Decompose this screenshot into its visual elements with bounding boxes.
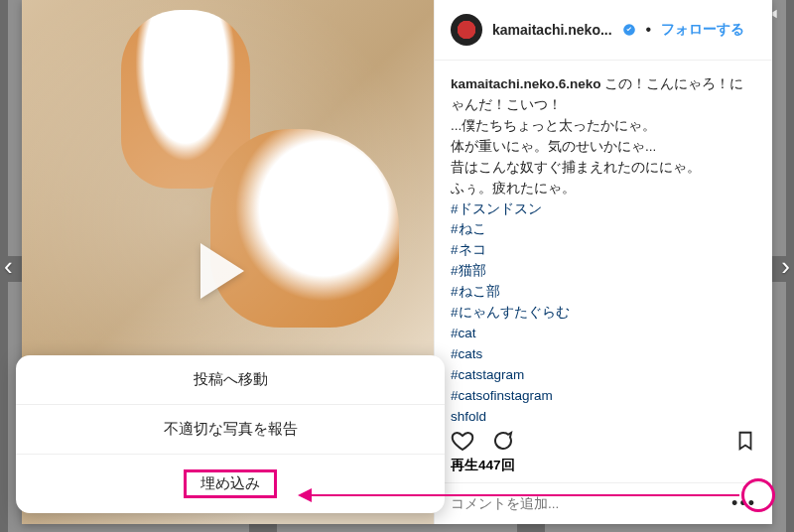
caption-username[interactable]: kamaitachi.neko.6.neko xyxy=(451,76,601,91)
caption-line: ...僕たちちょっと太ったかにゃ。 xyxy=(451,118,656,133)
view-count: 再生447回 xyxy=(435,455,772,482)
hashtag[interactable]: #cat xyxy=(451,324,756,344)
options-menu: 投稿へ移動 不適切な写真を報告 埋め込み xyxy=(16,355,445,513)
comment-input[interactable] xyxy=(451,496,722,511)
hashtag[interactable]: #ねこ xyxy=(451,219,756,240)
avatar[interactable] xyxy=(451,14,482,46)
hashtag[interactable]: #catstagram xyxy=(451,365,756,386)
hashtag[interactable]: #catsofinstagram xyxy=(451,386,756,407)
post-sidebar: kamaitachi.neko... • フォローする kamaitachi.n… xyxy=(434,0,772,524)
comment-icon[interactable] xyxy=(490,429,514,453)
caption-line: 昔はこんな奴すぐ捕まえれたのににゃ。 xyxy=(451,160,701,175)
follow-button[interactable]: フォローする xyxy=(661,21,744,39)
caption-line: ふぅ。疲れたにゃ。 xyxy=(451,181,576,196)
annotation-circle xyxy=(741,478,775,512)
menu-embed[interactable]: 埋め込み xyxy=(16,454,445,513)
menu-embed-label: 埋め込み xyxy=(184,469,277,498)
post-header: kamaitachi.neko... • フォローする xyxy=(435,0,772,61)
caption-line: 体が重いにゃ。気のせいかにゃ... xyxy=(451,139,656,154)
separator-dot: • xyxy=(646,21,652,39)
prev-post-button[interactable]: ‹ xyxy=(4,251,13,282)
hashtag[interactable]: #ねこ部 xyxy=(451,282,756,303)
hashtag[interactable]: #ドスンドスン xyxy=(451,200,756,220)
hashtag[interactable]: #ネコ xyxy=(451,240,756,261)
hashtag[interactable]: #にゃんすたぐらむ xyxy=(451,303,756,324)
username[interactable]: kamaitachi.neko... xyxy=(492,22,612,38)
hashtag[interactable]: shfold xyxy=(451,407,756,421)
menu-report[interactable]: 不適切な写真を報告 xyxy=(16,404,445,454)
add-comment-row: ••• xyxy=(435,482,772,524)
action-bar xyxy=(435,421,772,455)
hashtag[interactable]: #cats xyxy=(451,344,756,365)
annotation-arrow-icon xyxy=(298,488,312,502)
like-icon[interactable] xyxy=(451,429,474,453)
annotation-line xyxy=(308,494,739,496)
caption-scroll[interactable]: kamaitachi.neko.6.neko この！こんにゃろ！にゃんだ！こいつ… xyxy=(435,61,772,421)
play-icon[interactable] xyxy=(200,243,244,299)
hashtag[interactable]: #猫部 xyxy=(451,261,756,282)
menu-go-to-post[interactable]: 投稿へ移動 xyxy=(16,355,445,404)
verified-icon xyxy=(622,23,636,37)
bookmark-icon[interactable] xyxy=(734,430,756,452)
next-post-button[interactable]: › xyxy=(781,251,790,282)
